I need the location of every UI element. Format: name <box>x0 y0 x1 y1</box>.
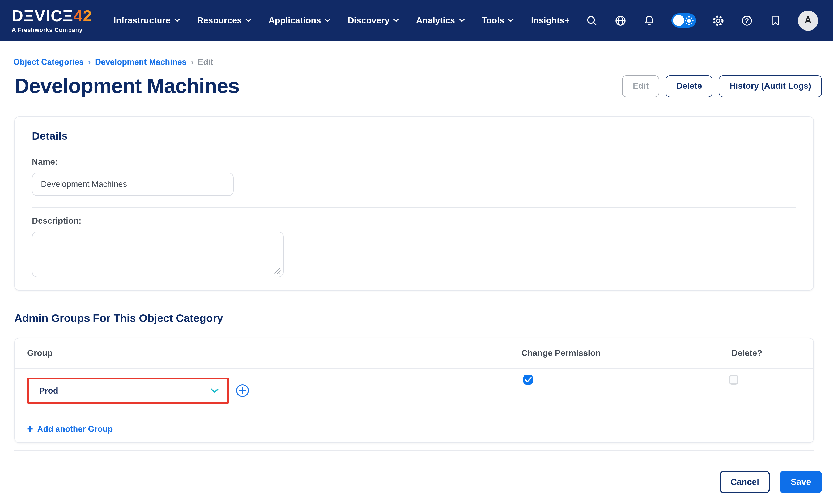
check-icon <box>525 377 531 383</box>
toggle-knob <box>673 15 684 26</box>
group-select[interactable]: Prod <box>27 378 229 404</box>
svg-text:?: ? <box>745 17 749 24</box>
plus-icon: + <box>27 424 33 434</box>
column-header-change-permission: Change Permission <box>521 349 601 358</box>
header-actions: Edit Delete History (Audit Logs) <box>622 75 822 97</box>
menu-item-insights[interactable]: Insights+ <box>523 0 578 41</box>
navbar-right: ? A <box>586 10 818 30</box>
add-another-group-label: Add another Group <box>37 424 113 434</box>
menu-item-applications[interactable]: Applications <box>260 0 339 41</box>
gear-icon[interactable] <box>712 14 724 27</box>
resize-handle-icon[interactable] <box>274 267 281 274</box>
bookmark-icon[interactable] <box>769 14 782 27</box>
name-input[interactable] <box>32 173 234 196</box>
sun-icon <box>684 16 694 25</box>
group-cell: Prod <box>27 378 442 404</box>
menu-item-infrastructure[interactable]: Infrastructure <box>105 0 189 41</box>
admin-groups-heading: Admin Groups For This Object Category <box>14 312 833 325</box>
theme-toggle[interactable] <box>671 13 696 28</box>
menu-item-tools[interactable]: Tools <box>473 0 523 41</box>
details-card: Details Name: Description: <box>14 116 814 290</box>
page-title: Development Machines <box>14 73 239 99</box>
help-icon[interactable]: ? <box>741 14 753 27</box>
column-header-group: Group <box>27 349 442 358</box>
logo-subtitle: A Freshworks Company <box>12 27 92 33</box>
name-label: Name: <box>32 157 796 167</box>
breadcrumb: Object Categories › Development Machines… <box>13 57 833 67</box>
description-label: Description: <box>32 216 796 226</box>
cancel-button[interactable]: Cancel <box>720 471 770 494</box>
delete-button[interactable]: Delete <box>666 75 712 97</box>
chevron-down-icon <box>394 19 399 22</box>
chevron-down-icon <box>508 19 514 22</box>
chevron-down-icon <box>325 19 331 22</box>
add-another-group-link[interactable]: + Add another Group <box>27 424 113 434</box>
bell-icon[interactable] <box>643 14 656 27</box>
details-heading: Details <box>32 129 796 142</box>
breadcrumb-separator: › <box>191 57 193 67</box>
table-footer-row: + Add another Group <box>15 415 813 442</box>
globe-icon[interactable] <box>614 14 627 27</box>
top-navbar: DΞVICΞ42 A Freshworks Company Infrastruc… <box>0 0 833 41</box>
footer-actions: Cancel Save <box>0 471 822 494</box>
delete-checkbox[interactable] <box>729 375 738 384</box>
menu-item-analytics[interactable]: Analytics <box>408 0 473 41</box>
page-header: Development Machines Edit Delete History… <box>14 73 822 99</box>
chevron-down-icon <box>246 19 252 22</box>
breadcrumb-development-machines[interactable]: Development Machines <box>95 57 187 67</box>
table-row: Prod <box>15 368 813 415</box>
description-field-wrap <box>32 232 284 277</box>
search-icon[interactable] <box>586 14 598 27</box>
device42-logo-text: DΞVICΞ42 <box>12 8 92 24</box>
table-header-row: Group Change Permission Delete? <box>15 338 813 368</box>
breadcrumb-separator: › <box>88 57 91 67</box>
menu-item-resources[interactable]: Resources <box>189 0 260 41</box>
logo-word: DΞVICΞ <box>12 8 74 24</box>
plus-circle-icon <box>236 384 249 397</box>
edit-button[interactable]: Edit <box>622 75 659 97</box>
main-menu: Infrastructure Resources Applications Di… <box>105 0 578 41</box>
field-divider <box>32 207 796 208</box>
breadcrumb-object-categories[interactable]: Object Categories <box>13 57 84 67</box>
history-audit-logs-button[interactable]: History (Audit Logs) <box>719 75 822 97</box>
logo-42: 42 <box>74 8 92 24</box>
menu-item-discovery[interactable]: Discovery <box>339 0 408 41</box>
device42-logo[interactable]: DΞVICΞ42 A Freshworks Company <box>12 8 92 33</box>
description-textarea[interactable] <box>32 232 284 277</box>
column-header-delete: Delete? <box>732 349 762 358</box>
page-divider <box>14 450 814 451</box>
chevron-down-icon <box>459 19 465 22</box>
save-button[interactable]: Save <box>780 471 822 494</box>
breadcrumb-current: Edit <box>198 57 214 67</box>
admin-groups-table: Group Change Permission Delete? Prod <box>14 338 814 443</box>
chevron-down-icon <box>174 19 180 22</box>
group-select-value: Prod <box>39 386 58 395</box>
avatar[interactable]: A <box>798 10 818 30</box>
change-permission-checkbox[interactable] <box>523 375 533 384</box>
select-chevron-icon <box>210 388 219 393</box>
page: DΞVICΞ42 A Freshworks Company Infrastruc… <box>0 0 833 504</box>
add-group-plus-button[interactable] <box>236 384 249 397</box>
